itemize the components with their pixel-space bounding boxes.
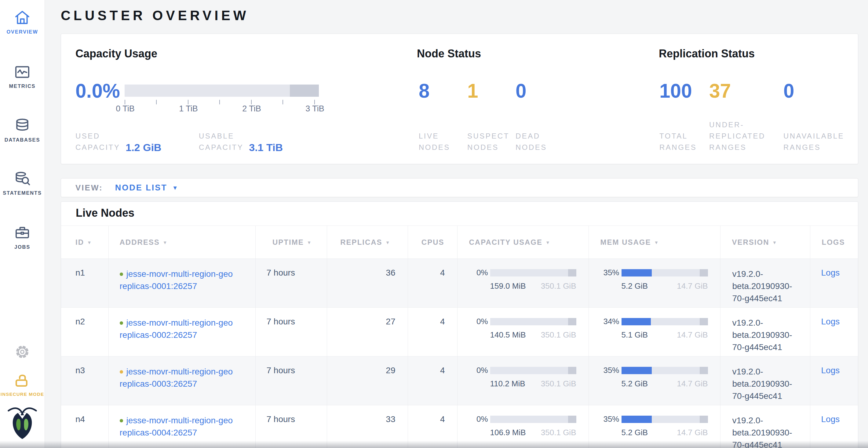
capacity-percent: 0% (468, 414, 488, 424)
node-address-link[interactable]: jesse-movr-multi-region-geo (126, 416, 233, 425)
cluster-summary-panel: Capacity Usage 0.0% 0 TiB 1 TiB 2 TiB 3 … (61, 34, 858, 164)
gear-icon (0, 344, 44, 360)
view-label: VIEW: (75, 183, 103, 193)
column-header-capacity-usage[interactable]: CAPACITY USAGE▼ (457, 226, 589, 259)
capacity-percent: 0% (468, 268, 488, 277)
logs-link[interactable]: Logs (821, 268, 840, 277)
capacity-usage-bar (490, 269, 576, 276)
column-header-id[interactable]: ID▼ (61, 226, 108, 259)
sort-icon[interactable]: ▼ (654, 240, 659, 245)
usable-capacity-value: 3.1 TiB (249, 142, 283, 153)
mem-reserved-segment (700, 269, 708, 276)
dead-nodes-label: DEAD NODES (516, 97, 547, 153)
node-replicas: 29 (327, 356, 408, 405)
node-version: v19.2.0-beta.20190930-70-g445ec41 (733, 268, 798, 305)
page-bottom-shadow (0, 441, 868, 448)
chevron-down-icon[interactable]: ▼ (172, 184, 178, 191)
node-uptime: 7 hours (255, 356, 327, 405)
sort-icon[interactable]: ▼ (87, 240, 92, 245)
sidebar-item-jobs[interactable]: JOBS (0, 224, 44, 250)
node-address-link[interactable]: jesse-movr-multi-region-geo (126, 269, 233, 279)
sidebar-item-statements[interactable]: STATEMENTS (0, 170, 44, 196)
usable-capacity-stat: USABLE CAPACITY 3.1 TiB (199, 97, 283, 153)
sidebar-item-overview[interactable]: OVERVIEW (0, 9, 44, 35)
logs-link[interactable]: Logs (821, 317, 840, 326)
unavailable-ranges-label: UNAVAILABLE RANGES (783, 97, 844, 153)
column-header-logs: LOGS (810, 226, 858, 259)
statements-icon (0, 170, 44, 187)
node-address-cell: jesse-movr-multi-region-geo replicas-000… (108, 259, 255, 308)
mem-usage-cell: 35% 5.2 GiB14.7 GiB (589, 259, 720, 308)
capacity-usage-bar (125, 84, 319, 97)
column-header-uptime[interactable]: UPTIME▼ (255, 226, 327, 259)
capacity-usage-cell: 0% 140.5 MiB350.1 GiB (457, 308, 589, 356)
mem-percent: 35% (600, 414, 619, 424)
sort-icon[interactable]: ▼ (307, 240, 312, 245)
insecure-mode-indicator[interactable] (0, 370, 44, 387)
sort-icon[interactable]: ▼ (163, 240, 168, 245)
sort-icon[interactable]: ▼ (772, 240, 778, 245)
node-address-cell: jesse-movr-multi-region-geo replicas-000… (108, 308, 255, 356)
jobs-icon (0, 224, 44, 241)
capacity-used-value: 140.5 MiB (490, 330, 526, 340)
mem-usage-bar (622, 367, 708, 374)
mem-total-value: 14.7 GiB (677, 281, 708, 291)
settings-gear-button[interactable] (0, 344, 44, 360)
node-address-link[interactable]: jesse-movr-multi-region-geo (126, 318, 233, 328)
home-icon (0, 9, 44, 26)
node-id: n2 (61, 308, 108, 356)
cockroachdb-logo[interactable] (0, 404, 44, 441)
column-header-address[interactable]: ADDRESS▼ (108, 226, 255, 259)
sidebar: OVERVIEW METRICS DATABASES (0, 0, 45, 448)
mem-usage-bar (622, 416, 708, 423)
sidebar-item-label: DATABASES (0, 137, 44, 143)
mem-percent: 35% (600, 268, 619, 277)
sidebar-item-metrics[interactable]: METRICS (0, 64, 44, 89)
axis-tick-label: 3 TiB (305, 104, 324, 113)
column-header-replicas[interactable]: REPLICAS▼ (327, 226, 408, 259)
capacity-usage-cell: 0% 110.2 MiB350.1 GiB (457, 356, 589, 405)
mem-total-value: 14.7 GiB (677, 428, 708, 437)
mem-reserved-segment (700, 367, 708, 374)
node-address-link[interactable]: replicas-0001:26257 (120, 280, 255, 292)
node-id: n1 (61, 259, 108, 308)
node-uptime: 7 hours (255, 308, 327, 356)
status-dot-icon (120, 321, 123, 325)
node-uptime: 7 hours (255, 259, 327, 308)
node-address-link[interactable]: jesse-movr-multi-region-geo (126, 367, 233, 376)
node-address-link[interactable]: replicas-0004:26257 (120, 427, 255, 439)
capacity-used-value: 110.2 MiB (490, 379, 525, 388)
node-status-title: Node Status (417, 47, 481, 60)
mem-usage-fill (622, 367, 652, 374)
node-version: v19.2.0-beta.20190930-70-g445ec41 (733, 366, 798, 402)
node-address-link[interactable]: replicas-0003:26257 (120, 378, 255, 390)
live-nodes-table: ID▼ ADDRESS▼ UPTIME▼ REPLICAS▼ CPUS CAPA… (61, 226, 858, 448)
logs-link[interactable]: Logs (821, 414, 840, 424)
open-lock-icon (0, 370, 44, 387)
node-cpus: 4 (408, 259, 457, 308)
node-address-link[interactable]: replicas-0002:26257 (120, 329, 255, 341)
status-dot-icon (120, 273, 123, 276)
logs-link[interactable]: Logs (821, 366, 840, 375)
used-capacity-stat: USED CAPACITY 1.2 GiB (75, 97, 161, 153)
table-row: n2 jesse-movr-multi-region-geo replicas-… (61, 308, 858, 356)
logs-cell: Logs (810, 308, 858, 356)
status-dot-icon (120, 370, 123, 374)
node-cpus: 4 (408, 356, 457, 405)
mem-usage-cell: 35% 5.2 GiB14.7 GiB (589, 356, 720, 405)
mem-used-value: 5.2 GiB (622, 428, 648, 437)
column-header-mem-usage[interactable]: MEM USAGE▼ (589, 226, 720, 259)
node-version-cell: v19.2.0-beta.20190930-70-g445ec41 (720, 308, 810, 356)
main-content: CLUSTER OVERVIEW Capacity Usage 0.0% 0 T… (45, 0, 868, 448)
capacity-used-value: 159.0 MiB (490, 281, 526, 291)
sort-icon[interactable]: ▼ (546, 240, 551, 245)
capacity-used-value: 106.9 MiB (490, 428, 526, 437)
sidebar-item-databases[interactable]: DATABASES (0, 117, 44, 143)
column-header-version[interactable]: VERSION▼ (720, 226, 810, 259)
view-dropdown[interactable]: NODE LIST (115, 183, 167, 193)
mem-percent: 35% (600, 366, 619, 375)
sort-icon[interactable]: ▼ (385, 240, 391, 245)
mem-percent: 34% (600, 317, 619, 326)
used-capacity-value: 1.2 GiB (126, 142, 161, 153)
metrics-icon (0, 64, 44, 80)
